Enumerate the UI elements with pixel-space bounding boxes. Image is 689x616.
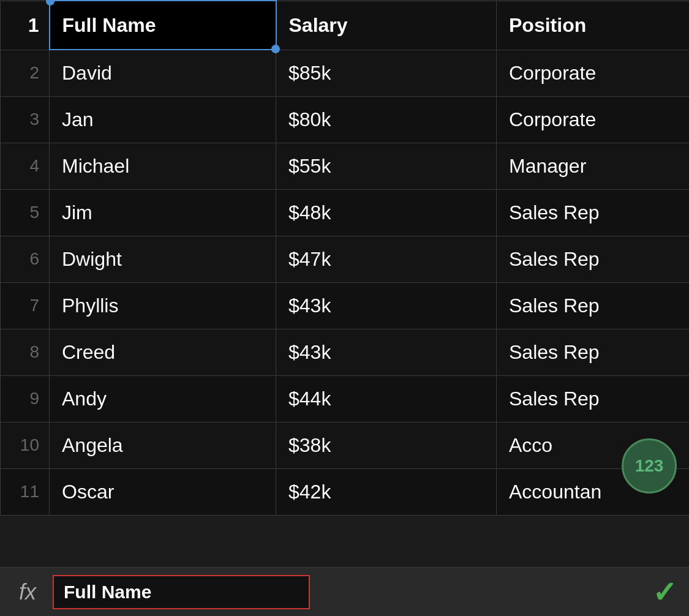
cell-position-3[interactable]: Corporate [497, 96, 690, 143]
full-name-header-cell[interactable]: Full Name [50, 1, 276, 50]
formula-bar: fx Full Name ✓ [0, 567, 689, 616]
row-num-11: 11 [1, 468, 50, 515]
table-header-row: 1 Full Name Salary Position [1, 1, 690, 50]
position-header-label: Position [509, 14, 586, 36]
table-row: 4 Michael $55k Manager [1, 143, 690, 189]
table-row: 10 Angela $38k Acco [1, 422, 690, 468]
cell-position-4[interactable]: Manager [497, 143, 690, 189]
row-num-7: 7 [1, 282, 50, 329]
cell-salary-2[interactable]: $85k [276, 50, 497, 96]
cell-name-5[interactable]: Jim [50, 189, 276, 236]
row-num-2: 2 [1, 50, 50, 96]
cell-name-7[interactable]: Phyllis [50, 282, 276, 329]
grid-area: 1 Full Name Salary Position 2 [0, 0, 689, 567]
position-header-cell[interactable]: Position [497, 1, 690, 50]
row-num-5: 5 [1, 189, 50, 236]
row-num-9: 9 [1, 375, 50, 422]
cell-position-2[interactable]: Corporate [497, 50, 690, 96]
salary-header-cell[interactable]: Salary [276, 1, 497, 50]
table-row: 5 Jim $48k Sales Rep [1, 189, 690, 236]
cell-salary-9[interactable]: $44k [276, 375, 497, 422]
selection-handle-bottom-right [271, 45, 280, 53]
table-row: 6 Dwight $47k Sales Rep [1, 236, 690, 282]
cell-name-9[interactable]: Andy [50, 375, 276, 422]
cell-name-8[interactable]: Creed [50, 329, 276, 375]
cell-position-5[interactable]: Sales Rep [497, 189, 690, 236]
salary-header-label: Salary [289, 14, 348, 36]
badge-123-label: 123 [635, 456, 664, 476]
cell-name-2[interactable]: David [50, 50, 276, 96]
cell-name-6[interactable]: Dwight [50, 236, 276, 282]
cell-salary-4[interactable]: $55k [276, 143, 497, 189]
table-row: 9 Andy $44k Sales Rep [1, 375, 690, 422]
full-name-header-label: Full Name [62, 14, 156, 36]
cell-salary-11[interactable]: $42k [276, 468, 497, 515]
cell-salary-7[interactable]: $43k [276, 282, 497, 329]
table-row: 8 Creed $43k Sales Rep [1, 329, 690, 375]
row-num-6: 6 [1, 236, 50, 282]
cell-name-3[interactable]: Jan [50, 96, 276, 143]
cell-position-6[interactable]: Sales Rep [497, 236, 690, 282]
cell-position-7[interactable]: Sales Rep [497, 282, 690, 329]
cell-salary-8[interactable]: $43k [276, 329, 497, 375]
cell-name-4[interactable]: Michael [50, 143, 276, 189]
table-row: 11 Oscar $42k Accountan [1, 468, 690, 515]
cell-name-11[interactable]: Oscar [50, 468, 276, 515]
cell-salary-5[interactable]: $48k [276, 189, 497, 236]
cell-position-8[interactable]: Sales Rep [497, 329, 690, 375]
row-num-3: 3 [1, 96, 50, 143]
checkmark-icon[interactable]: ✓ [652, 575, 677, 609]
table-row: 7 Phyllis $43k Sales Rep [1, 282, 690, 329]
row-num-8: 8 [1, 329, 50, 375]
cell-salary-6[interactable]: $47k [276, 236, 497, 282]
spreadsheet-container: 1 Full Name Salary Position 2 [0, 0, 689, 616]
row-num-4: 4 [1, 143, 50, 189]
row-num-1: 1 [1, 1, 50, 50]
formula-input-box[interactable]: Full Name [53, 575, 310, 609]
cell-position-9[interactable]: Sales Rep [497, 375, 690, 422]
cell-salary-10[interactable]: $38k [276, 422, 497, 468]
table-row: 2 David $85k Corporate [1, 50, 690, 96]
cell-name-10[interactable]: Angela [50, 422, 276, 468]
badge-123[interactable]: 123 [622, 438, 677, 494]
row-num-10: 10 [1, 422, 50, 468]
table-row: 3 Jan $80k Corporate [1, 96, 690, 143]
cell-salary-3[interactable]: $80k [276, 96, 497, 143]
fx-label: fx [12, 579, 43, 605]
spreadsheet-table: 1 Full Name Salary Position 2 [0, 0, 689, 516]
formula-value: Full Name [64, 582, 151, 603]
